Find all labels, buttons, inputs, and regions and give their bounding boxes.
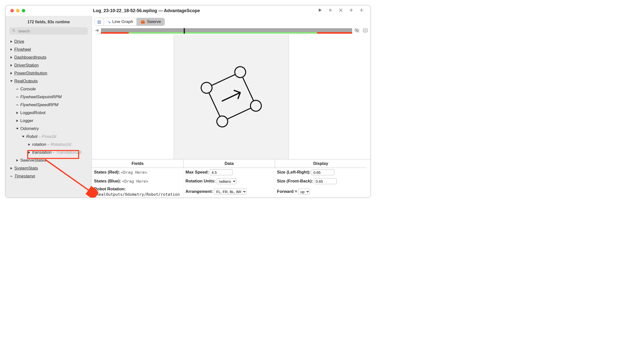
svg-marker-10 <box>16 128 18 129</box>
svg-marker-0 <box>319 9 322 12</box>
svg-marker-13 <box>28 151 30 154</box>
tree-node-driver-station[interactable]: DriverStation <box>6 61 92 69</box>
caret-down-icon <box>21 135 25 138</box>
caret-right-icon <box>27 143 31 146</box>
tree-node-power-distribution[interactable]: PowerDistribution <box>6 69 92 77</box>
jump-to-end-icon[interactable] <box>94 28 99 34</box>
states-blue-field[interactable]: States (Blue): <Drag Here> <box>92 177 184 186</box>
minimize-icon[interactable] <box>16 9 20 12</box>
timeline-segment-enabled <box>128 32 317 34</box>
add-panel-icon[interactable] <box>362 28 368 34</box>
type-label: – Translation2d <box>52 150 81 155</box>
tree-node-real-outputs[interactable]: RealOutputs <box>6 77 92 85</box>
type-label: – Rotation2d <box>47 142 71 147</box>
size-lr-row: Size (Left-Right): <box>275 168 366 177</box>
caret-down-icon <box>10 80 13 83</box>
svg-marker-11 <box>22 136 24 137</box>
svg-marker-2 <box>10 40 12 43</box>
search-icon <box>12 29 16 34</box>
play-icon[interactable] <box>318 8 322 14</box>
tree-node-robot[interactable]: Robot – Pose2d <box>6 133 92 141</box>
max-speed-input[interactable] <box>210 169 232 175</box>
type-label: – Pose2d <box>38 134 56 139</box>
tree-node-odometry[interactable]: Odometry <box>6 125 92 133</box>
close-tab-icon[interactable] <box>338 8 343 14</box>
caret-right-icon <box>27 151 31 154</box>
caret-right-icon <box>10 56 13 59</box>
svg-point-21 <box>215 114 229 128</box>
svg-point-1 <box>12 29 14 31</box>
tab-group: ▥ ↘Line Graph 🦀Swerve <box>94 18 165 26</box>
column-header-fields: Fields <box>92 159 184 168</box>
states-red-field[interactable]: States (Red): <Drag Here> <box>92 168 184 177</box>
tree-node-console[interactable]: –Console <box>6 85 92 93</box>
svg-marker-14 <box>16 159 18 162</box>
tree-node-timestamp[interactable]: –Timestamp <box>6 172 92 180</box>
dash-icon: – <box>10 174 13 179</box>
timeline-cursor[interactable] <box>184 28 185 34</box>
tree-node-flywheel[interactable]: Flywheel <box>6 46 92 54</box>
svg-marker-7 <box>10 80 12 82</box>
tab-swerve[interactable]: 🦀Swerve <box>137 18 164 26</box>
svg-point-20 <box>233 65 247 79</box>
book-icon: ▥ <box>97 19 101 25</box>
forward-icon[interactable] <box>349 8 354 14</box>
caret-right-icon <box>15 119 19 122</box>
tree-node-dashboard-inputs[interactable]: DashboardInputs <box>6 54 92 61</box>
search-input[interactable] <box>18 29 85 34</box>
tree-node-fw-setpoint[interactable]: –FlywheelSetpointRPM <box>6 93 92 101</box>
tab-line-graph[interactable]: ↘Line Graph <box>104 18 137 26</box>
add-icon[interactable] <box>359 8 364 14</box>
drop-target[interactable]: <Drag Here> <box>121 170 147 175</box>
caret-right-icon <box>10 72 13 75</box>
search-field[interactable] <box>10 27 88 35</box>
tree-node-system-stats[interactable]: SystemStats <box>6 164 92 172</box>
svg-marker-8 <box>16 112 18 114</box>
size-fb-input[interactable] <box>314 178 336 184</box>
sidebar: 172 fields, 83s runtime Drive Flywheel D… <box>6 16 92 198</box>
tree-node-translation[interactable]: translation – Translation2d <box>6 149 92 156</box>
caret-right-icon <box>15 159 19 162</box>
zoom-icon[interactable] <box>22 9 25 12</box>
tree-node-logger[interactable]: Logger <box>6 117 92 125</box>
caret-right-icon <box>10 40 13 43</box>
caret-down-icon <box>15 127 19 130</box>
dash-icon: – <box>15 95 19 100</box>
rotation-units-row: Rotation Units: radians <box>184 177 275 186</box>
caret-right-icon <box>10 64 13 67</box>
rotation-units-select[interactable]: radians <box>217 178 236 184</box>
tab-documentation[interactable]: ▥ <box>95 18 104 26</box>
robot-rotation-field[interactable]: Robot Rotation: /RealOutputs/Odometry/Ro… <box>92 186 184 198</box>
drop-target[interactable]: <Drag Here> <box>122 179 148 184</box>
svg-marker-4 <box>10 56 12 59</box>
timeline[interactable] <box>101 28 352 34</box>
chart-icon: ↘ <box>107 19 111 25</box>
swerve-visualization <box>92 34 370 159</box>
svg-marker-15 <box>10 167 12 170</box>
visibility-icon[interactable] <box>354 28 360 34</box>
crab-icon: 🦀 <box>140 19 146 25</box>
swerve-canvas <box>174 34 289 159</box>
svg-marker-3 <box>10 48 12 51</box>
field-tree: Drive Flywheel DashboardInputs DriverSta… <box>6 37 92 195</box>
size-lr-input[interactable] <box>312 169 334 175</box>
caret-right-icon <box>10 48 13 51</box>
tree-node-drive[interactable]: Drive <box>6 38 92 46</box>
tree-node-fw-speed[interactable]: –FlywheelSpeedRPM <box>6 101 92 109</box>
back-icon[interactable] <box>328 8 333 14</box>
close-icon[interactable] <box>10 9 14 12</box>
svg-point-19 <box>199 81 214 95</box>
tree-node-rotation[interactable]: rotation – Rotation2d <box>6 141 92 149</box>
window-title: Log_23-10-22_18-52-56.wpilog — Advantage… <box>93 8 318 13</box>
max-speed-row: Max Speed: <box>184 168 275 177</box>
main-area: ▥ ↘Line Graph 🦀Swerve <box>92 16 370 198</box>
forward-select[interactable]: up <box>298 189 310 195</box>
traffic-lights <box>9 9 93 12</box>
arrangement-row: Arrangement: FL, FR, BL, BR <box>184 186 275 198</box>
arrangement-select[interactable]: FL, FR, BL, BR <box>214 189 246 195</box>
tree-node-swerve-states[interactable]: SwerveStates <box>6 156 92 164</box>
timeline-segment-disabled <box>101 32 128 34</box>
tree-node-logged-robot[interactable]: LoggedRobot <box>6 109 92 117</box>
config-panel: Fields Data Display States (Red): <Drag … <box>92 159 370 198</box>
dash-icon: – <box>15 103 19 107</box>
